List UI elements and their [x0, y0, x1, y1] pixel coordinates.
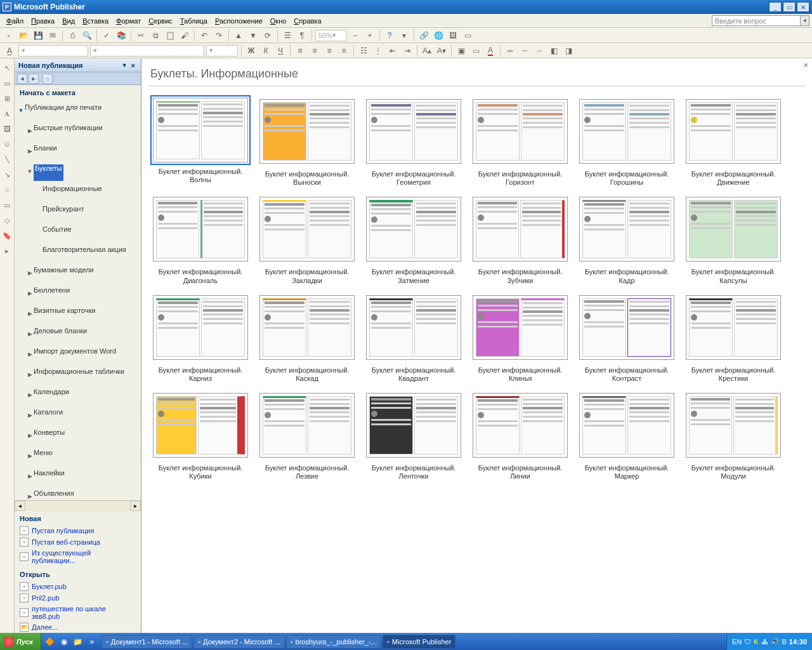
style-combo[interactable]: ▾: [18, 45, 88, 56]
menu-таблица[interactable]: Таблица: [176, 16, 211, 26]
fill-color-button[interactable]: ▣: [455, 44, 468, 57]
clipart-tool[interactable]: ☺: [1, 138, 13, 150]
link-button[interactable]: 🔗: [417, 29, 430, 42]
template-card[interactable]: Буклет информационный. Модули: [683, 389, 783, 481]
template-card[interactable]: Буклет информационный. Зубчики: [470, 193, 570, 284]
template-card[interactable]: Буклет информационный. Диагональ: [150, 193, 251, 284]
template-card[interactable]: Буклет информационный. Выноски: [257, 95, 357, 187]
template-card[interactable]: Буклет информационный. Кадр: [577, 193, 677, 284]
menu-файл[interactable]: Файл: [3, 16, 27, 26]
tree-item[interactable]: ▶Быстрые публикации: [17, 121, 138, 141]
redo-button[interactable]: ↷: [213, 29, 225, 42]
taskbar-item[interactable]: ▫Microsoft Publisher: [383, 635, 455, 649]
menu-окно[interactable]: Окно: [266, 16, 291, 26]
taskbar-item[interactable]: ▫Документ2 - Microsoft ...: [193, 635, 284, 649]
template-card[interactable]: Буклет информационный. Каскад: [257, 291, 357, 383]
align-left-button[interactable]: ≡: [294, 44, 306, 57]
decrease-indent-button[interactable]: ⇤: [386, 44, 399, 57]
template-card[interactable]: Буклет информационный. Крестики: [683, 291, 783, 383]
pointer-tool[interactable]: ↖: [1, 62, 13, 74]
font-color-button[interactable]: A: [484, 44, 497, 57]
tree-item[interactable]: Информационные: [17, 182, 138, 202]
bullets-button[interactable]: ⋮: [372, 44, 384, 57]
tree-item[interactable]: Благотворительная акция: [17, 242, 138, 263]
format-painter-button[interactable]: 🖌: [178, 29, 191, 42]
object-button[interactable]: ▭: [461, 29, 474, 42]
text-tool[interactable]: ▭: [1, 77, 13, 89]
columns-button[interactable]: ☰: [281, 29, 294, 42]
dash-style-button[interactable]: ┄: [518, 44, 531, 57]
template-card[interactable]: Буклет информационный. Клинья: [470, 291, 570, 383]
template-card[interactable]: Буклет информационный. Маркер: [577, 389, 677, 481]
tree-item[interactable]: ▶Конверты: [17, 425, 138, 446]
ql-explorer-icon[interactable]: 📁: [72, 635, 84, 648]
justify-button[interactable]: ≡: [337, 44, 350, 57]
taskpane-forward-button[interactable]: ►: [29, 74, 39, 84]
align-right-button[interactable]: ≡: [323, 44, 336, 57]
tree-item[interactable]: ▶Каталоги: [17, 405, 138, 425]
taskpane-dropdown-button[interactable]: ▼: [120, 62, 129, 69]
new-link[interactable]: ▫Пустая веб-страница: [20, 536, 136, 548]
shapes-tool[interactable]: ◇: [1, 215, 13, 226]
open-link[interactable]: ▫Pril2.pub: [20, 592, 136, 604]
spell-button[interactable]: ✓: [100, 29, 113, 42]
template-card[interactable]: Буклет информационный. Карниз: [150, 291, 251, 383]
open-button[interactable]: 📂: [17, 29, 30, 42]
help-button[interactable]: ?: [383, 29, 396, 42]
rect-tool[interactable]: ▭: [1, 199, 13, 211]
pic-button[interactable]: 🖼: [447, 29, 459, 42]
menu-сервис[interactable]: Сервис: [145, 16, 176, 26]
font-combo[interactable]: ▾: [90, 45, 204, 56]
tray-clock[interactable]: 14:30: [789, 638, 807, 646]
restore-button[interactable]: ▭: [783, 2, 796, 12]
menu-правка[interactable]: Правка: [27, 16, 58, 26]
bring-front-button[interactable]: ▲: [232, 29, 245, 42]
template-card[interactable]: Буклет информационный. Квадрант: [363, 291, 464, 383]
menu-справка[interactable]: Справка: [290, 16, 325, 26]
template-card[interactable]: Буклет информационный. Горизонт: [470, 95, 570, 187]
italic-button[interactable]: К: [259, 44, 272, 57]
tree-item[interactable]: ▶Меню: [17, 446, 138, 466]
menu-формат[interactable]: Формат: [112, 16, 145, 26]
taskbar-item[interactable]: ▫broshyura_-_publisher_-...: [286, 635, 381, 649]
taskpane-hscroll[interactable]: ◄►: [15, 500, 141, 511]
open-link[interactable]: ▫Буклет.pub: [20, 581, 136, 592]
template-card[interactable]: Буклет информационный. Капсулы: [683, 193, 783, 284]
start-button[interactable]: Пуск: [0, 633, 41, 650]
tree-item[interactable]: Прейскурант: [17, 202, 138, 222]
zoom-out-button[interactable]: −: [349, 29, 362, 42]
tree-item[interactable]: ▶Бланки: [17, 141, 138, 161]
print-button[interactable]: ⎙: [66, 29, 79, 42]
line-style-button[interactable]: ═: [504, 44, 516, 57]
numbering-button[interactable]: ☷: [357, 44, 370, 57]
help-search-input[interactable]: Введите вопрос: [712, 15, 801, 26]
taskpane-home-button[interactable]: ⌂: [43, 74, 53, 84]
align-center-button[interactable]: ≡: [308, 44, 321, 57]
line-tool[interactable]: ╲: [1, 154, 13, 165]
open-link[interactable]: ▫путешествие по шкале звв8.pub: [20, 604, 136, 621]
paste-button[interactable]: 📋: [164, 29, 176, 42]
copy-button[interactable]: ⧉: [149, 29, 162, 42]
tray-net[interactable]: В: [782, 638, 787, 646]
tree-item[interactable]: ▶Деловые бланки: [17, 324, 138, 344]
template-card[interactable]: Буклет информационный. Линии: [470, 389, 570, 481]
bookmark-tool[interactable]: 🔖: [1, 230, 13, 241]
new-button[interactable]: ▫: [3, 29, 15, 42]
taskpane-back-button[interactable]: ◄: [17, 74, 27, 84]
rotate-button[interactable]: ⟳: [261, 29, 274, 42]
tree-item[interactable]: ▶Бумажные модели: [17, 263, 138, 283]
send-back-button[interactable]: ▼: [247, 29, 259, 42]
undo-button[interactable]: ↶: [198, 29, 211, 42]
shadow-button[interactable]: ◧: [547, 44, 560, 57]
open-link[interactable]: 📂Далее...: [20, 621, 136, 633]
menu-расположение[interactable]: Расположение: [211, 16, 266, 26]
research-button[interactable]: 📚: [115, 29, 128, 42]
tray-kaspersky-icon[interactable]: K: [754, 638, 758, 646]
tray-network-icon[interactable]: 🖧: [761, 638, 768, 646]
line-color-button[interactable]: ▭: [469, 44, 482, 57]
underline-button[interactable]: Ч: [274, 44, 287, 57]
tree-item[interactable]: ▶Информационные таблички: [17, 364, 138, 385]
tree-item[interactable]: ▼Буклеты: [17, 161, 138, 182]
ql-desktop-icon[interactable]: »: [86, 635, 98, 648]
zoom-combo[interactable]: 50% ▾: [315, 30, 347, 41]
